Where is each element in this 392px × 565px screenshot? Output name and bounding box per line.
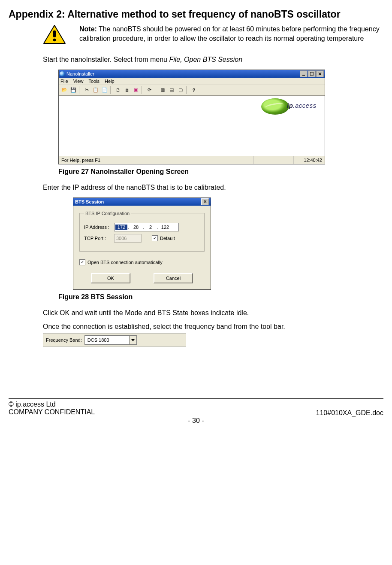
toolbar-copy-icon[interactable]: 📋 <box>91 86 100 94</box>
footer-confidential: COMPANY CONFIDENTIAL <box>9 408 95 416</box>
default-label: Default <box>160 236 175 241</box>
toolbar-tile-icon[interactable]: ▥ <box>158 86 167 94</box>
tcp-port-input: 3006 <box>114 234 142 243</box>
frequency-band-dropdown[interactable]: DCS 1800 <box>84 335 137 345</box>
status-bar: For Help, press F1 12:40:42 <box>59 156 325 164</box>
toolbar: 📂 💾 ✂ 📋 📄 🗋 🗎 ▣ ⟳ ▥ ▤ ▢ ? <box>59 85 325 96</box>
paragraph-4: Once the connection is established, sele… <box>43 322 379 331</box>
minimize-button[interactable] <box>300 70 308 77</box>
menu-tools[interactable]: Tools <box>88 79 100 84</box>
ip-config-legend: BTS IP Configuration <box>84 211 131 216</box>
ip-address-label: IP Address : <box>84 225 114 230</box>
status-time: 12:40:42 <box>294 156 325 164</box>
window-body: ip.access <box>59 96 325 156</box>
svg-rect-4 <box>310 72 314 76</box>
menu-file[interactable]: File <box>60 79 68 84</box>
svg-point-2 <box>53 39 56 41</box>
toolbar-doc-icon[interactable]: 🗎 <box>123 86 131 94</box>
page-footer: © ip.access Ltd COMPANY CONFIDENTIAL 110… <box>9 398 383 424</box>
footer-docname: 110#010XA_GDE.doc <box>316 409 383 417</box>
svg-rect-1 <box>53 30 56 37</box>
chevron-down-icon[interactable] <box>129 336 136 344</box>
note-label: Note: <box>79 25 97 33</box>
status-help-text: For Help, press F1 <box>59 156 254 164</box>
note-text: Note: The nanoBTS should be powered on f… <box>79 24 383 43</box>
toolbar-save-icon[interactable]: 💾 <box>69 86 78 94</box>
menu-view[interactable]: View <box>73 79 84 84</box>
toolbar-refresh-icon[interactable]: ⟳ <box>145 86 154 94</box>
dialog-titlebar: BTS Session ✕ <box>73 198 211 206</box>
warning-icon <box>43 24 66 45</box>
paragraph-1: Start the nanoInstaller. Select from men… <box>43 55 379 64</box>
toolbar-action-icon[interactable]: ▣ <box>132 86 140 94</box>
ip-octet-1[interactable]: 172 <box>115 225 127 230</box>
ip-config-group: BTS IP Configuration IP Address : 172 . … <box>79 211 205 252</box>
close-icon[interactable]: ✕ <box>201 198 209 205</box>
toolbar-split-icon[interactable]: ▤ <box>167 86 176 94</box>
footer-copyright: © ip.access Ltd <box>9 401 95 408</box>
toolbar-paste-icon[interactable]: 📄 <box>100 86 109 94</box>
toolbar-cut-icon[interactable]: ✂ <box>82 86 91 94</box>
nanoinstaller-window: NanoInstaller File View Tools Help 📂 <box>58 70 325 164</box>
toolbar-stop-icon[interactable]: ▢ <box>176 86 185 94</box>
bts-session-dialog: BTS Session ✕ BTS IP Configuration IP Ad… <box>73 197 211 290</box>
ok-button[interactable]: OK <box>91 273 130 283</box>
ip-octet-3[interactable]: 2 <box>145 225 157 230</box>
auto-open-checkbox[interactable] <box>79 259 85 265</box>
ip-address-input[interactable]: 172 . 28 . 2 . 122 <box>114 223 179 231</box>
toolbar-help-icon[interactable]: ? <box>190 86 198 94</box>
ip-octet-2[interactable]: 28 <box>130 225 142 230</box>
svg-rect-3 <box>302 75 305 76</box>
tcp-port-label: TCP Port : <box>84 236 114 241</box>
frequency-band-toolbar: Frequency Band: DCS 1800 <box>43 333 186 347</box>
window-title: NanoInstaller <box>66 71 94 76</box>
ipaccess-logo: ip.access <box>261 98 321 115</box>
footer-page-number: - 30 - <box>9 417 383 425</box>
close-button[interactable] <box>316 70 324 77</box>
appendix-heading: Appendix 2: Alternative method to set fr… <box>9 9 383 20</box>
ip-octet-4[interactable]: 122 <box>159 225 171 230</box>
note-block: Note: The nanoBTS should be powered on f… <box>9 24 383 45</box>
auto-open-label: Open BTS connection automatically <box>87 260 163 265</box>
figure-27-caption: Figure 27 NanoInstaller Opening Screen <box>58 168 379 176</box>
paragraph-3: Click OK and wait until the Mode and BTS… <box>43 309 379 318</box>
menu-help[interactable]: Help <box>105 79 115 84</box>
frequency-band-value: DCS 1800 <box>85 337 129 343</box>
dialog-title: BTS Session <box>75 199 201 204</box>
default-checkbox[interactable] <box>152 235 158 241</box>
cancel-button[interactable]: Cancel <box>154 273 193 283</box>
maximize-button[interactable] <box>308 70 316 77</box>
app-globe-icon <box>60 71 65 76</box>
window-titlebar: NanoInstaller <box>59 70 325 78</box>
toolbar-open-icon[interactable]: 📂 <box>60 86 69 94</box>
frequency-band-label: Frequency Band: <box>46 337 82 343</box>
toolbar-new-icon[interactable]: 🗋 <box>114 86 122 94</box>
figure-28-caption: Figure 28 BTS Session <box>58 293 379 301</box>
menu-bar: File View Tools Help <box>59 78 325 85</box>
paragraph-2: Enter the IP address of the nanoBTS that… <box>43 183 379 192</box>
